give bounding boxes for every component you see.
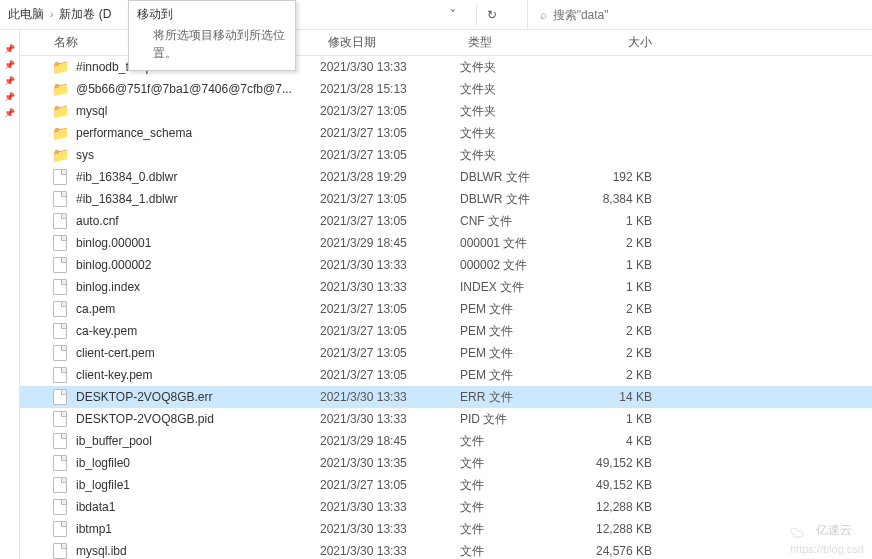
table-row[interactable]: ibtmp12021/3/30 13:33文件12,288 KB xyxy=(20,518,872,540)
table-row[interactable]: #ib_16384_0.dblwr2021/3/28 19:29DBLWR 文件… xyxy=(20,166,872,188)
file-type: PEM 文件 xyxy=(460,301,580,318)
table-row[interactable]: ibdata12021/3/30 13:33文件12,288 KB xyxy=(20,496,872,518)
file-icon xyxy=(53,279,67,295)
file-date: 2021/3/30 13:33 xyxy=(320,258,460,272)
file-name: DESKTOP-2VOQ8GB.pid xyxy=(76,412,320,426)
file-name: mysql xyxy=(76,104,320,118)
watermark-logo: 亿速云 xyxy=(788,522,852,539)
folder-icon: 📁 xyxy=(50,103,70,119)
file-date: 2021/3/27 13:05 xyxy=(320,214,460,228)
search-box[interactable]: ⌕ xyxy=(527,0,864,29)
file-date: 2021/3/30 13:33 xyxy=(320,280,460,294)
file-name: ca.pem xyxy=(76,302,320,316)
column-header-date[interactable]: 修改日期 xyxy=(320,34,460,51)
breadcrumb-item-this-pc[interactable]: 此电脑 xyxy=(8,6,44,23)
file-name: ib_logfile1 xyxy=(76,478,320,492)
table-row[interactable]: ca-key.pem2021/3/27 13:05PEM 文件2 KB xyxy=(20,320,872,342)
file-type: 000002 文件 xyxy=(460,257,580,274)
breadcrumb-item-drive[interactable]: 新加卷 (D xyxy=(59,6,111,23)
file-type: INDEX 文件 xyxy=(460,279,580,296)
pin-icon[interactable]: 📌 xyxy=(0,44,19,54)
table-row[interactable]: ib_logfile02021/3/30 13:35文件49,152 KB xyxy=(20,452,872,474)
file-type: 文件夹 xyxy=(460,147,580,164)
table-row[interactable]: binlog.index2021/3/30 13:33INDEX 文件1 KB xyxy=(20,276,872,298)
table-row[interactable]: ib_logfile12021/3/27 13:05文件49,152 KB xyxy=(20,474,872,496)
file-size: 12,288 KB xyxy=(580,522,670,536)
file-name: binlog.000001 xyxy=(76,236,320,250)
table-row[interactable]: binlog.0000022021/3/30 13:33000002 文件1 K… xyxy=(20,254,872,276)
file-type: 文件 xyxy=(460,455,580,472)
address-dropdown-button[interactable]: ˅ xyxy=(440,4,466,26)
file-name: DESKTOP-2VOQ8GB.err xyxy=(76,390,320,404)
file-size: 1 KB xyxy=(580,214,670,228)
file-date: 2021/3/27 13:05 xyxy=(320,346,460,360)
file-type: PEM 文件 xyxy=(460,367,580,384)
table-row[interactable]: ca.pem2021/3/27 13:05PEM 文件2 KB xyxy=(20,298,872,320)
table-row[interactable]: 📁mysql2021/3/27 13:05文件夹 xyxy=(20,100,872,122)
file-icon xyxy=(53,169,67,185)
search-input[interactable] xyxy=(553,8,753,22)
file-size: 49,152 KB xyxy=(580,456,670,470)
file-type: 文件 xyxy=(460,543,580,560)
file-icon xyxy=(53,301,67,317)
folder-icon: 📁 xyxy=(50,125,70,141)
file-type: DBLWR 文件 xyxy=(460,191,580,208)
file-icon xyxy=(53,235,67,251)
file-name: ibtmp1 xyxy=(76,522,320,536)
file-type: PID 文件 xyxy=(460,411,580,428)
file-date: 2021/3/27 13:05 xyxy=(320,478,460,492)
file-icon xyxy=(53,191,67,207)
table-row[interactable]: ib_buffer_pool2021/3/29 18:45文件4 KB xyxy=(20,430,872,452)
file-date: 2021/3/27 13:05 xyxy=(320,104,460,118)
file-date: 2021/3/27 13:05 xyxy=(320,192,460,206)
file-name: binlog.000002 xyxy=(76,258,320,272)
table-row[interactable]: DESKTOP-2VOQ8GB.err2021/3/30 13:33ERR 文件… xyxy=(20,386,872,408)
table-row[interactable]: 📁sys2021/3/27 13:05文件夹 xyxy=(20,144,872,166)
file-size: 192 KB xyxy=(580,170,670,184)
file-size: 1 KB xyxy=(580,412,670,426)
file-list-pane: 名称 修改日期 类型 大小 📁#innodb_temp2021/3/30 13:… xyxy=(20,30,872,559)
refresh-button[interactable]: ↻ xyxy=(476,4,507,26)
file-date: 2021/3/28 15:13 xyxy=(320,82,460,96)
search-icon: ⌕ xyxy=(540,8,547,22)
file-date: 2021/3/28 19:29 xyxy=(320,170,460,184)
table-row[interactable]: client-cert.pem2021/3/27 13:05PEM 文件2 KB xyxy=(20,342,872,364)
file-size: 14 KB xyxy=(580,390,670,404)
file-date: 2021/3/27 13:05 xyxy=(320,126,460,140)
folder-icon: 📁 xyxy=(50,59,70,75)
table-row[interactable]: client-key.pem2021/3/27 13:05PEM 文件2 KB xyxy=(20,364,872,386)
pin-icon[interactable]: 📌 xyxy=(0,76,19,86)
table-row[interactable]: #ib_16384_1.dblwr2021/3/27 13:05DBLWR 文件… xyxy=(20,188,872,210)
file-type: 文件 xyxy=(460,499,580,516)
file-size: 12,288 KB xyxy=(580,500,670,514)
pin-icon[interactable]: 📌 xyxy=(0,60,19,70)
column-header-type[interactable]: 类型 xyxy=(460,34,580,51)
watermark-url: https://blog.csd xyxy=(790,543,864,555)
chevron-right-icon: › xyxy=(50,9,53,20)
file-type: DBLWR 文件 xyxy=(460,169,580,186)
table-row[interactable]: binlog.0000012021/3/29 18:45000001 文件2 K… xyxy=(20,232,872,254)
file-type: PEM 文件 xyxy=(460,323,580,340)
file-name: ib_logfile0 xyxy=(76,456,320,470)
file-type: 文件 xyxy=(460,433,580,450)
pin-icon[interactable]: 📌 xyxy=(0,108,19,118)
file-name: client-key.pem xyxy=(76,368,320,382)
table-row[interactable]: auto.cnf2021/3/27 13:05CNF 文件1 KB xyxy=(20,210,872,232)
file-size: 4 KB xyxy=(580,434,670,448)
breadcrumb: 此电脑 › 新加卷 (D xyxy=(8,6,111,23)
watermark-text: 亿速云 xyxy=(816,522,852,539)
file-size: 1 KB xyxy=(580,280,670,294)
folder-icon: 📁 xyxy=(50,81,70,97)
table-row[interactable]: 📁performance_schema2021/3/27 13:05文件夹 xyxy=(20,122,872,144)
file-type: 文件 xyxy=(460,521,580,538)
folder-icon: 📁 xyxy=(50,147,70,163)
column-header-size[interactable]: 大小 xyxy=(580,34,670,51)
table-row[interactable]: mysql.ibd2021/3/30 13:33文件24,576 KB xyxy=(20,540,872,559)
move-to-tooltip: 移动到 将所选项目移动到所选位置。 xyxy=(128,0,296,71)
table-row[interactable]: DESKTOP-2VOQ8GB.pid2021/3/30 13:33PID 文件… xyxy=(20,408,872,430)
file-date: 2021/3/27 13:05 xyxy=(320,148,460,162)
table-row[interactable]: 📁@5b66@751f@7ba1@7406@7cfb@7...2021/3/28… xyxy=(20,78,872,100)
pin-icon[interactable]: 📌 xyxy=(0,92,19,102)
tooltip-title: 移动到 xyxy=(137,6,287,23)
file-name: #ib_16384_0.dblwr xyxy=(76,170,320,184)
